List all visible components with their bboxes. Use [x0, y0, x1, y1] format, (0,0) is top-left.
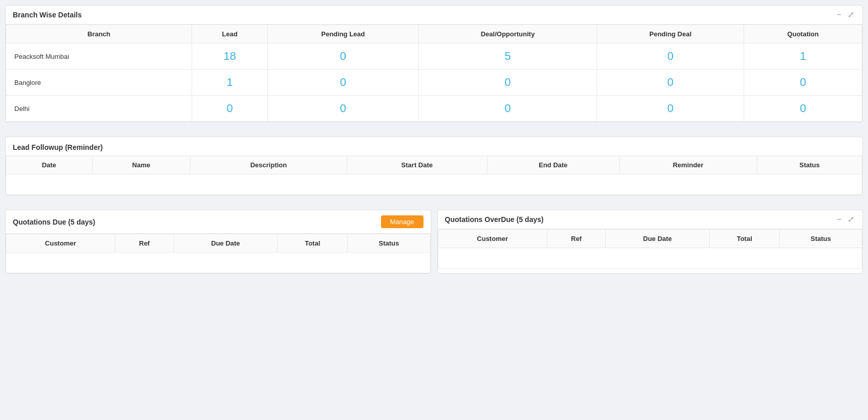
followup-empty-row [6, 174, 862, 195]
branch-wise-table-container: Branch Lead Pending Lead Deal/Opportunit… [6, 25, 862, 122]
branch-wise-title: Branch Wise Details [13, 11, 81, 19]
page-wrapper: Branch Wise Details − ⤢ Branch Lead Pend… [0, 0, 868, 420]
col-pending-deal: Pending Deal [597, 25, 744, 43]
branch-wise-header-row: Branch Lead Pending Lead Deal/Opportunit… [6, 25, 862, 43]
branch-cell-pending-lead-2: 0 [268, 96, 419, 122]
overdue-col-status: Status [779, 230, 862, 248]
due-empty-row [6, 253, 431, 273]
branch-cell-pending-lead-0: 0 [268, 43, 419, 70]
quotations-overdue-panel: Quotations OverDue (5 days) − ⤢ Customer… [437, 210, 863, 274]
manage-button[interactable]: Manage [381, 215, 424, 228]
followup-col-end-date: End Date [487, 156, 619, 174]
overdue-minimize-btn[interactable]: − [836, 215, 842, 224]
lead-followup-table: Date Name Description Start Date End Dat… [6, 156, 862, 195]
due-col-status: Status [348, 234, 430, 253]
separator-2 [5, 202, 863, 210]
followup-col-name: Name [92, 156, 190, 174]
branch-row-0: Peacksoft Mumbai 18 0 5 0 1 [6, 43, 862, 70]
branch-wise-expand-btn[interactable]: ⤢ [846, 11, 855, 19]
col-pending-lead: Pending Lead [268, 25, 419, 43]
branch-wise-minimize-btn[interactable]: − [836, 11, 842, 19]
due-col-total: Total [278, 234, 348, 253]
quotations-due-panel: Quotations Due (5 days) Manage Customer … [5, 210, 431, 274]
branch-cell-deal-0: 5 [418, 43, 597, 70]
quotations-due-header: Quotations Due (5 days) Manage [6, 210, 431, 234]
due-col-customer: Customer [6, 234, 115, 253]
quotations-due-title: Quotations Due (5 days) [13, 218, 95, 226]
due-col-ref: Ref [115, 234, 174, 253]
quotations-overdue-table-container: Customer Ref Due Date Total Status [438, 229, 863, 269]
followup-col-reminder: Reminder [619, 156, 757, 174]
branch-row-2: Delhi 0 0 0 0 0 [6, 96, 862, 122]
quotations-overdue-table: Customer Ref Due Date Total Status [438, 229, 863, 269]
quotations-overdue-title: Quotations OverDue (5 days) [445, 215, 544, 224]
branch-cell-quotation-2: 0 [744, 96, 862, 122]
branch-wise-controls: − ⤢ [836, 11, 855, 19]
branch-cell-quotation-1: 0 [744, 70, 862, 96]
branch-wise-table: Branch Lead Pending Lead Deal/Opportunit… [6, 25, 862, 122]
separator-1 [5, 128, 863, 137]
followup-col-description: Description [190, 156, 347, 174]
overdue-col-ref: Ref [547, 230, 605, 248]
lead-followup-title: Lead Followup (Reminder) [6, 137, 862, 156]
branch-cell-deal-1: 0 [418, 70, 597, 96]
branch-cell-lead-0: 18 [192, 43, 268, 70]
branch-cell-name-1: Banglore [6, 70, 192, 96]
col-deal: Deal/Opportunity [418, 25, 597, 43]
followup-col-date: Date [6, 156, 93, 174]
branch-cell-pending-deal-2: 0 [597, 96, 744, 122]
overdue-col-customer: Customer [438, 230, 547, 248]
followup-header-row: Date Name Description Start Date End Dat… [6, 156, 862, 174]
branch-cell-deal-2: 0 [418, 96, 597, 122]
branch-cell-quotation-0: 1 [744, 43, 862, 70]
branch-cell-pending-deal-1: 0 [597, 70, 744, 96]
col-quotation: Quotation [744, 25, 862, 43]
due-header-row: Customer Ref Due Date Total Status [6, 234, 431, 253]
bottom-row: Quotations Due (5 days) Manage Customer … [5, 210, 863, 274]
overdue-controls: − ⤢ [836, 215, 855, 224]
followup-col-start-date: Start Date [347, 156, 487, 174]
lead-followup-panel: Lead Followup (Reminder) Date Name Descr… [5, 137, 863, 195]
branch-wise-panel: Branch Wise Details − ⤢ Branch Lead Pend… [5, 5, 863, 122]
branch-row-1: Banglore 1 0 0 0 0 [6, 70, 862, 96]
quotations-due-table-container: Customer Ref Due Date Total Status [6, 234, 431, 273]
followup-col-status: Status [757, 156, 862, 174]
branch-cell-lead-1: 1 [192, 70, 268, 96]
due-col-due-date: Due Date [174, 234, 278, 253]
overdue-col-due-date: Due Date [606, 230, 710, 248]
branch-cell-name-2: Delhi [6, 96, 192, 122]
overdue-header-row: Customer Ref Due Date Total Status [438, 230, 862, 248]
branch-cell-name-0: Peacksoft Mumbai [6, 43, 192, 70]
branch-cell-lead-2: 0 [192, 96, 268, 122]
col-branch: Branch [6, 25, 192, 43]
branch-cell-pending-deal-0: 0 [597, 43, 744, 70]
overdue-empty-row [438, 248, 862, 269]
overdue-expand-btn[interactable]: ⤢ [846, 215, 855, 224]
overdue-col-total: Total [709, 230, 779, 248]
branch-cell-pending-lead-1: 0 [268, 70, 419, 96]
quotations-due-table: Customer Ref Due Date Total Status [6, 234, 431, 273]
branch-wise-panel-header: Branch Wise Details − ⤢ [6, 6, 862, 25]
col-lead: Lead [192, 25, 268, 43]
quotations-overdue-header: Quotations OverDue (5 days) − ⤢ [438, 210, 863, 229]
lead-followup-table-container: Date Name Description Start Date End Dat… [6, 156, 862, 195]
